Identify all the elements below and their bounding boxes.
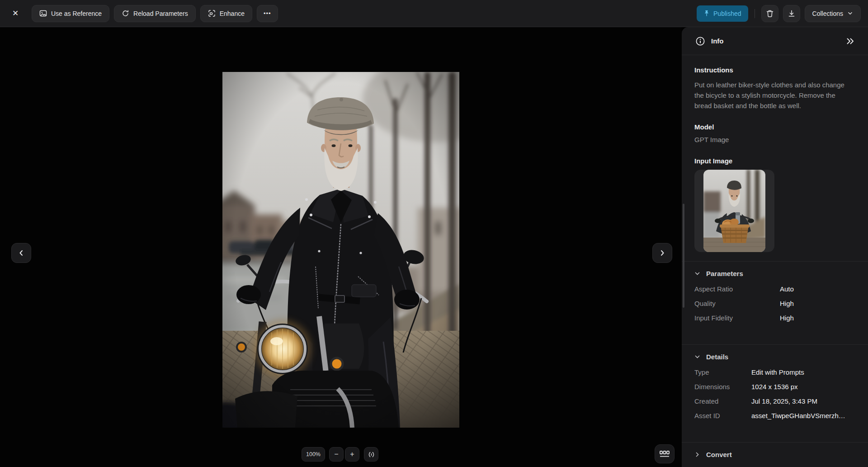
chevron-left-icon bbox=[18, 249, 25, 257]
detail-value: asset_TiwpeGHanbVSmerzh… bbox=[751, 411, 855, 420]
input-image-thumbnail[interactable] bbox=[694, 170, 774, 252]
info-icon bbox=[695, 36, 705, 46]
next-image-button[interactable] bbox=[652, 243, 672, 263]
details-title: Details bbox=[706, 353, 728, 361]
toolbar-right-group: Published Collections bbox=[697, 5, 861, 22]
use-as-reference-button[interactable]: Use as Reference bbox=[32, 5, 109, 22]
chevron-down-icon bbox=[694, 271, 700, 276]
zoom-level-value: 100% bbox=[306, 451, 321, 457]
image-icon bbox=[39, 10, 47, 17]
reload-parameters-label: Reload Parameters bbox=[133, 10, 188, 17]
generated-image bbox=[222, 72, 459, 428]
collapse-panel-button[interactable] bbox=[846, 38, 854, 45]
double-chevron-right-icon bbox=[846, 38, 854, 45]
zoom-in-button[interactable]: + bbox=[345, 447, 359, 462]
detail-value: Jul 18, 2025, 3:43 PM bbox=[751, 396, 855, 406]
parameters-section-header[interactable]: Parameters bbox=[694, 262, 855, 284]
parameter-label: Input Fidelity bbox=[694, 313, 780, 323]
reload-parameters-button[interactable]: Reload Parameters bbox=[114, 5, 196, 22]
enhance-button[interactable]: Enhance bbox=[200, 5, 252, 22]
info-panel: Info Instructions Put on leather biker-s… bbox=[682, 27, 868, 467]
panel-title: Info bbox=[711, 37, 724, 45]
chevron-right-icon bbox=[694, 452, 700, 457]
published-label: Published bbox=[713, 10, 741, 17]
app: ✕ Use as Reference Reload Parameters bbox=[0, 0, 868, 467]
filmstrip-toggle-button[interactable] bbox=[655, 444, 675, 463]
chevron-right-icon bbox=[659, 249, 666, 257]
collections-dropdown[interactable]: Collections bbox=[805, 5, 861, 22]
detail-label: Asset ID bbox=[694, 411, 751, 420]
close-icon: ✕ bbox=[12, 9, 19, 18]
close-button[interactable]: ✕ bbox=[7, 5, 24, 22]
more-options-button[interactable]: ••• bbox=[257, 5, 278, 22]
parameters-section: Parameters Aspect Ratio Auto Quality Hig… bbox=[682, 261, 868, 335]
parameter-value: Auto bbox=[780, 284, 855, 294]
details-rows: Type Edit with Prompts Dimensions 1024 x… bbox=[694, 367, 855, 433]
download-button[interactable] bbox=[783, 5, 800, 22]
parameters-rows: Aspect Ratio Auto Quality High Input Fid… bbox=[694, 284, 855, 335]
download-icon bbox=[788, 10, 796, 18]
delete-button[interactable] bbox=[761, 5, 778, 22]
top-toolbar: ✕ Use as Reference Reload Parameters bbox=[0, 0, 868, 27]
trash-icon bbox=[766, 10, 774, 18]
detail-row: Dimensions 1024 x 1536 px bbox=[694, 382, 855, 391]
detail-label: Created bbox=[694, 396, 751, 406]
reload-icon bbox=[122, 10, 129, 17]
details-section: Details Type Edit with Prompts Dimension… bbox=[682, 344, 868, 433]
convert-title: Convert bbox=[706, 451, 732, 458]
convert-section-header[interactable]: Convert bbox=[694, 443, 855, 467]
zoom-controls: 100% − + bbox=[302, 447, 378, 462]
instructions-heading: Instructions bbox=[694, 66, 855, 74]
detail-label: Type bbox=[694, 367, 751, 377]
fit-to-screen-button[interactable] bbox=[364, 447, 378, 462]
info-panel-header: Info bbox=[682, 27, 868, 55]
collections-label: Collections bbox=[812, 10, 843, 17]
detail-value: Edit with Prompts bbox=[751, 367, 855, 377]
fit-to-screen-icon bbox=[368, 451, 375, 458]
parameter-label: Aspect Ratio bbox=[694, 284, 780, 294]
instructions-text: Put on leather biker-style clothes and a… bbox=[694, 80, 847, 111]
parameters-title: Parameters bbox=[706, 270, 743, 277]
input-image-heading: Input Image bbox=[694, 157, 855, 165]
zoom-level-button[interactable]: 100% bbox=[302, 447, 325, 462]
parameter-row: Quality High bbox=[694, 299, 855, 308]
detail-row: Created Jul 18, 2025, 3:43 PM bbox=[694, 396, 855, 406]
detail-row: Asset ID asset_TiwpeGHanbVSmerzh… bbox=[694, 411, 855, 420]
chevron-down-icon bbox=[694, 354, 700, 360]
enhance-icon bbox=[208, 10, 216, 17]
enhance-label: Enhance bbox=[220, 10, 245, 17]
zoom-out-button[interactable]: − bbox=[329, 447, 344, 462]
parameter-value: High bbox=[780, 313, 855, 323]
input-image-art bbox=[703, 170, 765, 252]
filmstrip-icon bbox=[659, 450, 670, 458]
detail-row: Type Edit with Prompts bbox=[694, 367, 855, 377]
generated-image-art bbox=[222, 72, 459, 428]
chevron-down-icon bbox=[847, 10, 853, 16]
previous-image-button[interactable] bbox=[11, 243, 31, 263]
detail-value: 1024 x 1536 px bbox=[751, 382, 855, 391]
image-canvas: 100% − + bbox=[0, 27, 682, 467]
parameter-label: Quality bbox=[694, 299, 780, 308]
panel-scrollbar-thumb[interactable] bbox=[683, 204, 684, 308]
model-value: GPT Image bbox=[694, 136, 855, 143]
published-badge[interactable]: Published bbox=[697, 5, 748, 22]
use-as-reference-label: Use as Reference bbox=[51, 10, 102, 17]
more-icon: ••• bbox=[264, 10, 271, 17]
zoom-in-icon: + bbox=[350, 450, 354, 458]
pin-icon bbox=[703, 10, 710, 17]
parameter-row: Input Fidelity High bbox=[694, 313, 855, 323]
model-heading: Model bbox=[694, 123, 855, 131]
detail-label: Dimensions bbox=[694, 382, 751, 391]
parameter-value: High bbox=[780, 299, 855, 308]
zoom-out-icon: − bbox=[334, 450, 338, 458]
info-panel-content: Instructions Put on leather biker-style … bbox=[682, 66, 868, 467]
toolbar-divider bbox=[755, 9, 755, 18]
details-section-header[interactable]: Details bbox=[694, 345, 855, 367]
parameter-row: Aspect Ratio Auto bbox=[694, 284, 855, 294]
toolbar-left-group: ✕ Use as Reference Reload Parameters bbox=[7, 5, 278, 22]
convert-section: Convert bbox=[682, 442, 868, 467]
